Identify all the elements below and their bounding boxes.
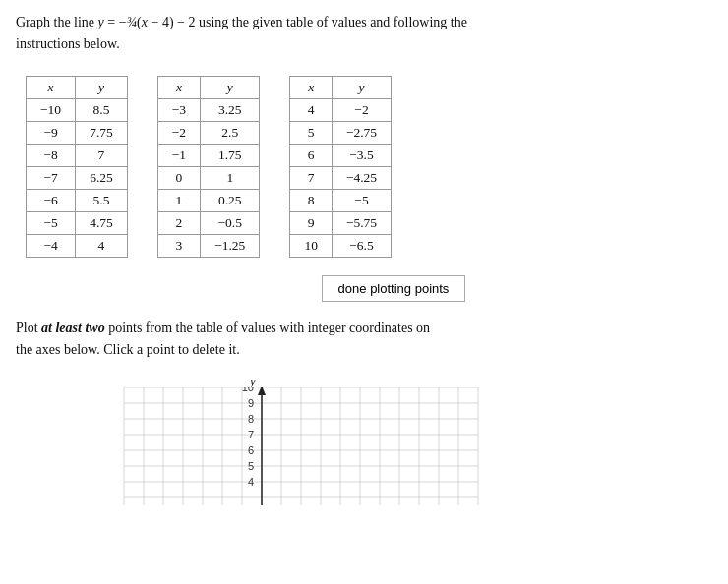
table-row: 1 0.25 [157, 189, 260, 211]
cell-x: −6 [27, 189, 76, 211]
table-row: 2 −0.5 [157, 211, 260, 234]
cell-x: 9 [290, 211, 333, 234]
cell-y: 0.25 [201, 189, 260, 211]
table-row: −4 4 [27, 234, 128, 257]
table-1: x y −10 8.5 −9 7.75 −8 7 −7 6.25 −6 5.5 [26, 76, 128, 258]
cell-y: 1 [201, 166, 260, 189]
table-row: 9 −5.75 [290, 211, 392, 234]
cell-x: −7 [27, 166, 76, 189]
cell-y: −1.25 [201, 234, 260, 257]
svg-text:9: 9 [248, 397, 254, 409]
table-row: 10 −6.5 [290, 234, 392, 257]
cell-x: −4 [27, 234, 76, 257]
cell-x: 2 [157, 211, 200, 234]
cell-y: 3.25 [201, 98, 260, 121]
table-row: −6 5.5 [27, 189, 128, 211]
cell-y: 4.75 [76, 211, 128, 234]
cell-y: −4.25 [332, 166, 391, 189]
cell-y: 8.5 [76, 98, 128, 121]
cell-x: 0 [157, 166, 200, 189]
table-row: 7 −4.25 [290, 166, 392, 189]
cell-y: −6.5 [332, 234, 391, 257]
col-y-header: y [76, 76, 128, 98]
cell-x: 1 [157, 189, 200, 211]
table-row: 6 −3.5 [290, 144, 392, 166]
cell-x: 3 [157, 234, 200, 257]
cell-y: 7.75 [76, 121, 128, 144]
cell-x: 6 [290, 144, 333, 166]
done-plotting-button[interactable]: done plotting points [322, 275, 466, 302]
graph-area: y [16, 376, 712, 533]
table-row: x y [290, 76, 392, 98]
table-3: x y 4 −2 5 −2.75 6 −3.5 7 −4.25 8 −5 [289, 76, 392, 258]
table-row: x y [157, 76, 260, 98]
col-x-header: x [27, 76, 76, 98]
svg-text:10: 10 [242, 387, 254, 393]
table-row: 5 −2.75 [290, 121, 392, 144]
table-row: −10 8.5 [27, 98, 128, 121]
instruction-block: Graph the line y = −¾(x − 4) − 2 using t… [16, 12, 712, 56]
col-x-header: x [157, 76, 200, 98]
button-row: done plotting points [16, 275, 712, 302]
cell-y: 6.25 [76, 166, 128, 189]
table-row: 0 1 [157, 166, 260, 189]
svg-text:8: 8 [248, 413, 254, 425]
cell-x: −5 [27, 211, 76, 234]
cell-y: 2.5 [201, 121, 260, 144]
table-2: x y −3 3.25 −2 2.5 −1 1.75 0 1 1 0.25 [157, 76, 261, 258]
cell-y: 5.5 [76, 189, 128, 211]
cell-y: −5 [332, 189, 391, 211]
cell-y: −5.75 [332, 211, 391, 234]
table-row: x y [27, 76, 128, 98]
table-row: −8 7 [27, 144, 128, 166]
svg-text:4: 4 [248, 476, 254, 488]
cell-x: 5 [290, 121, 333, 144]
graph-svg[interactable]: 10 9 8 7 6 5 4 [26, 387, 517, 545]
plot-instruction-text: Plot at least two points from the table … [16, 318, 712, 362]
table-row: −7 6.25 [27, 166, 128, 189]
cell-x: 8 [290, 189, 333, 211]
instruction-text: Graph the line y = −¾(x − 4) − 2 using t… [16, 12, 712, 56]
grid-container[interactable]: y [26, 376, 517, 533]
cell-x: 7 [290, 166, 333, 189]
table-row: 3 −1.25 [157, 234, 260, 257]
table-row: −1 1.75 [157, 144, 260, 166]
cell-x: −9 [27, 121, 76, 144]
table-row: 8 −5 [290, 189, 392, 211]
plot-instruction-block: Plot at least two points from the table … [16, 318, 712, 362]
cell-x: −3 [157, 98, 200, 121]
cell-y: 4 [76, 234, 128, 257]
cell-x: 10 [290, 234, 333, 257]
table-row: −2 2.5 [157, 121, 260, 144]
cell-y: −0.5 [201, 211, 260, 234]
table-row: −3 3.25 [157, 98, 260, 121]
cell-y: −2 [332, 98, 391, 121]
svg-text:6: 6 [248, 444, 254, 456]
col-y-header: y [201, 76, 260, 98]
table-row: 4 −2 [290, 98, 392, 121]
col-y-header: y [332, 76, 391, 98]
cell-x: 4 [290, 98, 333, 121]
cell-y: 1.75 [201, 144, 260, 166]
svg-text:7: 7 [248, 429, 254, 440]
table-row: −9 7.75 [27, 121, 128, 144]
cell-x: −2 [157, 121, 200, 144]
table-row: −5 4.75 [27, 211, 128, 234]
cell-x: −1 [157, 144, 200, 166]
cell-x: −10 [27, 98, 76, 121]
cell-x: −8 [27, 144, 76, 166]
cell-y: −3.5 [332, 144, 391, 166]
cell-y: −2.75 [332, 121, 391, 144]
cell-y: 7 [76, 144, 128, 166]
svg-text:5: 5 [248, 460, 254, 472]
tables-container: x y −10 8.5 −9 7.75 −8 7 −7 6.25 −6 5.5 [16, 76, 712, 258]
col-x-header: x [290, 76, 333, 98]
